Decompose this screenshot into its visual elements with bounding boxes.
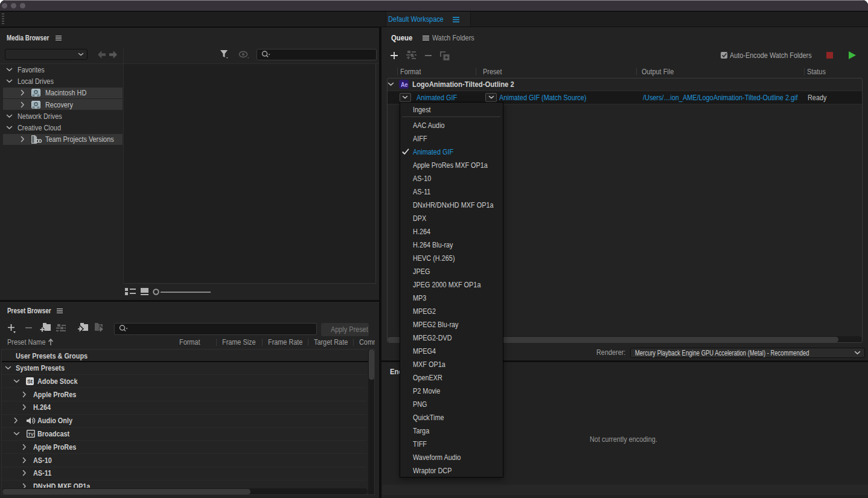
svg-text:St: St [27,378,33,385]
svg-text:TV: TV [28,432,34,437]
